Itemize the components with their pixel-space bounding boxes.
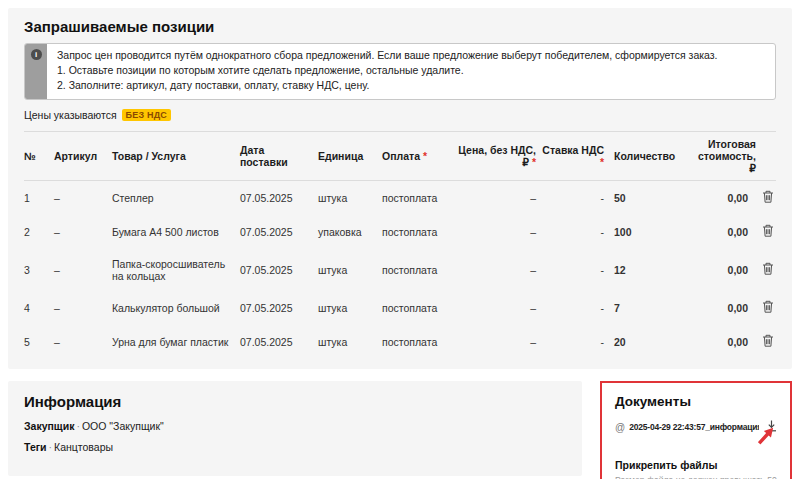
cell-date: 07.05.2025 (240, 336, 314, 348)
cell-qty: 7 (608, 302, 694, 314)
attachment-icon: @ (615, 422, 625, 433)
cell-num: 2 (24, 226, 50, 238)
cell-delete (752, 300, 776, 316)
required-asterisk: * (529, 156, 536, 168)
cell-num: 3 (24, 264, 50, 276)
cell-qty: 100 (608, 226, 694, 238)
cell-unit: упаковка (318, 226, 378, 238)
cell-date: 07.05.2025 (240, 192, 314, 204)
cell-vat: - (540, 192, 604, 204)
bottom-row: Информация Закупщик·ООО "Закупщик" Теги·… (8, 381, 792, 479)
required-asterisk: * (420, 150, 427, 162)
column-header-total: Итоговая стоимость, ₽ (698, 138, 756, 174)
notice-text: Запрос цен проводится путём однократного… (47, 44, 728, 99)
cell-vat: - (540, 264, 604, 276)
tags-label: Теги (24, 441, 47, 453)
cell-product: Папка-скоросшиватель на кольцах (112, 258, 236, 282)
cell-delete (752, 334, 776, 350)
buyer-value: ООО "Закупщик" (82, 420, 164, 432)
notice-box: i Запрос цен проводится путём однократно… (24, 43, 776, 100)
required-asterisk: * (600, 156, 604, 168)
table-row: 4–Калькулятор большой07.05.2025штукапост… (24, 291, 776, 325)
cell-delete (752, 224, 776, 240)
column-header-price: Цена, без НДС, ₽ * (456, 144, 536, 168)
cell-sku: – (54, 192, 108, 204)
notice-intro: Запрос цен проводится путём однократного… (57, 48, 718, 63)
table-header-row: №АртикулТовар / УслугаДата поставкиЕдини… (24, 131, 776, 181)
delete-row-button[interactable] (762, 300, 774, 316)
cell-sku: – (54, 264, 108, 276)
table-row: 5–Урна для бумаг пластик07.05.2025штукап… (24, 325, 776, 359)
notice-step-2: 2. Заполните: артикул, дату поставки, оп… (57, 78, 718, 93)
cell-product: Степлер (112, 192, 236, 204)
cell-total: 0,00 (698, 336, 748, 348)
cell-payment: постоплата (382, 226, 452, 238)
cell-unit: штука (318, 264, 378, 276)
trash-icon (762, 334, 774, 350)
vat-badge: БЕЗ НДС (122, 109, 171, 121)
info-section: Информация Закупщик·ООО "Закупщик" Теги·… (8, 381, 582, 476)
positions-table: №АртикулТовар / УслугаДата поставкиЕдини… (24, 131, 776, 359)
notice-step-1: 1. Оставьте позиции по которым хотите сд… (57, 63, 718, 78)
cell-product: Калькулятор большой (112, 302, 236, 314)
cell-unit: штука (318, 302, 378, 314)
cell-total: 0,00 (698, 226, 748, 238)
cell-payment: постоплата (382, 192, 452, 204)
cell-date: 07.05.2025 (240, 264, 314, 276)
cell-qty: 12 (608, 264, 694, 276)
trash-icon (762, 300, 774, 316)
notice-sidebar: i (25, 44, 47, 99)
cell-vat: - (540, 336, 604, 348)
delete-row-button[interactable] (762, 224, 774, 240)
column-header-qty: Количество (608, 150, 694, 162)
cell-total: 0,00 (698, 264, 748, 276)
column-header-product: Товар / Услуга (112, 150, 236, 162)
cell-price: – (456, 192, 536, 204)
dot-separator: · (76, 420, 80, 432)
table-row: 3–Папка-скоросшиватель на кольцах07.05.2… (24, 249, 776, 291)
info-title: Информация (24, 393, 566, 410)
cell-total: 0,00 (698, 302, 748, 314)
cell-sku: – (54, 336, 108, 348)
cell-sku: – (54, 226, 108, 238)
delete-row-button[interactable] (762, 334, 774, 350)
cell-delete (752, 190, 776, 206)
cell-unit: штука (318, 192, 378, 204)
trash-icon (762, 224, 774, 240)
cell-date: 07.05.2025 (240, 226, 314, 238)
documents-title: Документы (615, 394, 777, 409)
info-icon: i (31, 49, 42, 60)
column-header-payment: Оплата * (382, 150, 452, 162)
delete-row-button[interactable] (762, 262, 774, 278)
cell-num: 1 (24, 192, 50, 204)
attached-file-name[interactable]: 2025-04-29 22:43:57_информация дл... (629, 422, 759, 432)
cell-price: – (456, 302, 536, 314)
tags-value: Канцтовары (54, 441, 113, 453)
cell-price: – (456, 264, 536, 276)
cell-payment: постоплата (382, 336, 452, 348)
cell-price: – (456, 336, 536, 348)
cell-product: Урна для бумаг пластик (112, 336, 236, 348)
attached-file-row: @ 2025-04-29 22:43:57_информация дл... (615, 420, 777, 435)
cell-vat: - (540, 226, 604, 238)
cell-payment: постоплата (382, 264, 452, 276)
trash-icon (762, 262, 774, 278)
cell-num: 5 (24, 336, 50, 348)
column-header-vat: Ставка НДС * (540, 144, 604, 168)
info-buyer-row: Закупщик·ООО "Закупщик" (24, 420, 566, 432)
positions-title: Запрашиваемые позиции (24, 18, 776, 35)
attach-files-note: Размер файла не должен превышать 50 Mb, … (615, 474, 777, 479)
cell-date: 07.05.2025 (240, 302, 314, 314)
cell-num: 4 (24, 302, 50, 314)
column-header-sku: Артикул (54, 150, 108, 162)
documents-section: Документы @ 2025-04-29 22:43:57_информац… (600, 381, 792, 479)
cell-unit: штука (318, 336, 378, 348)
buyer-label: Закупщик (24, 420, 74, 432)
delete-row-button[interactable] (762, 190, 774, 206)
cell-total: 0,00 (698, 192, 748, 204)
cell-sku: – (54, 302, 108, 314)
dot-separator: · (49, 441, 53, 453)
cell-product: Бумага А4 500 листов (112, 226, 236, 238)
column-header-num: № (24, 150, 50, 162)
column-header-unit: Единица (318, 150, 378, 162)
